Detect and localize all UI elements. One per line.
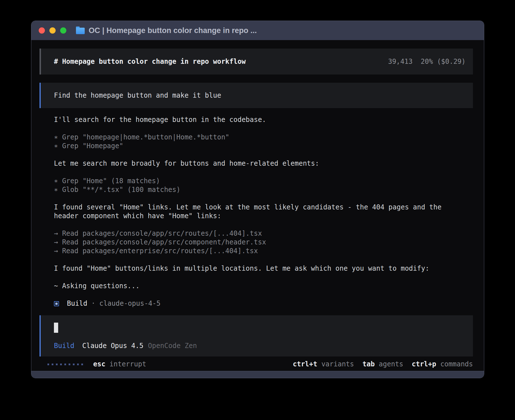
agent-name: Build bbox=[67, 299, 87, 308]
user-message: Find the homepage button and make it blu… bbox=[40, 83, 473, 108]
spinner-dots bbox=[47, 364, 83, 365]
spinner-dot bbox=[77, 364, 79, 365]
tool-call-grep: ∗ Grep "homepage|home.*button|Home.*butt… bbox=[54, 133, 473, 150]
spinner-dot bbox=[47, 364, 49, 365]
assistant-text: I'll search for the homepage button in t… bbox=[54, 115, 473, 124]
hint-key: tab bbox=[363, 360, 375, 368]
titlebar[interactable]: OC | Homepage button color change in rep… bbox=[31, 21, 484, 40]
hint-action: agents bbox=[379, 360, 403, 368]
hint-action: variants bbox=[321, 360, 354, 368]
composer-model: Claude Opus 4.5 bbox=[82, 342, 143, 350]
composer-meta: Build Claude Opus 4.5 OpenCode Zen bbox=[54, 342, 466, 350]
conversation: I'll search for the homepage button in t… bbox=[40, 115, 473, 290]
traffic-lights bbox=[39, 27, 66, 34]
spinner-dot bbox=[64, 364, 66, 365]
terminal-window: OC | Homepage button color change in rep… bbox=[31, 21, 484, 378]
tool-call-grep-glob: ∗ Grep "Home" (18 matches) ∗ Glob "**/*.… bbox=[54, 177, 473, 194]
close-button[interactable] bbox=[39, 27, 45, 34]
text-cursor bbox=[54, 323, 58, 333]
folder-icon bbox=[76, 28, 85, 34]
session-title: # Homepage button color change in repo w… bbox=[54, 57, 246, 66]
hint-action: interrupt bbox=[110, 360, 146, 368]
hint-key: ctrl+p bbox=[412, 360, 436, 368]
session-header: # Homepage button color change in repo w… bbox=[40, 49, 473, 75]
spinner-dot bbox=[81, 364, 83, 365]
hint-commands: ctrl+p commands bbox=[412, 360, 473, 369]
status-bar: esc interrupt ctrl+t variants tab agents… bbox=[40, 360, 473, 369]
user-message-text: Find the homepage button and make it blu… bbox=[54, 91, 221, 100]
tool-call-read: → Read packages/console/app/src/routes/[… bbox=[54, 229, 473, 255]
hint-key: ctrl+t bbox=[293, 360, 317, 368]
assistant-text: Let me search more broadly for buttons a… bbox=[54, 159, 473, 168]
hint-key: esc bbox=[93, 360, 105, 368]
token-stats: 39,413 20% ($0.29) bbox=[388, 57, 466, 66]
spinner-dot bbox=[60, 364, 62, 365]
spinner-dot bbox=[52, 364, 53, 365]
spinner-dot bbox=[56, 364, 58, 365]
agent-separator: · bbox=[91, 299, 95, 308]
agent-build-icon bbox=[54, 301, 59, 306]
zoom-button[interactable] bbox=[60, 27, 66, 34]
assistant-text: I found several "Home" links. Let me loo… bbox=[54, 203, 473, 220]
terminal-content: # Homepage button color change in repo w… bbox=[31, 40, 484, 371]
hint-agents: tab agents bbox=[363, 360, 403, 369]
composer-provider: OpenCode Zen bbox=[148, 342, 197, 350]
hints-right: ctrl+t variants tab agents ctrl+p comman… bbox=[293, 360, 473, 369]
agent-model: claude-opus-4-5 bbox=[99, 299, 161, 308]
hint-action: commands bbox=[440, 360, 473, 368]
hint-interrupt: esc interrupt bbox=[93, 360, 146, 369]
prompt-input[interactable]: Build Claude Opus 4.5 OpenCode Zen bbox=[40, 315, 473, 356]
minimize-button[interactable] bbox=[49, 27, 56, 34]
asking-status: ~ Asking questions... bbox=[54, 282, 473, 290]
assistant-text: I found "Home" buttons/links in multiple… bbox=[54, 264, 473, 273]
composer-mode: Build bbox=[54, 342, 74, 350]
spinner-dot bbox=[69, 364, 70, 365]
spinner-dot bbox=[73, 364, 75, 365]
agent-status-row: Build · claude-opus-4-5 bbox=[40, 299, 473, 308]
window-title: OC | Homepage button color change in rep… bbox=[89, 26, 257, 35]
hint-variants: ctrl+t variants bbox=[293, 360, 354, 369]
window-bottom-chrome bbox=[31, 371, 484, 378]
